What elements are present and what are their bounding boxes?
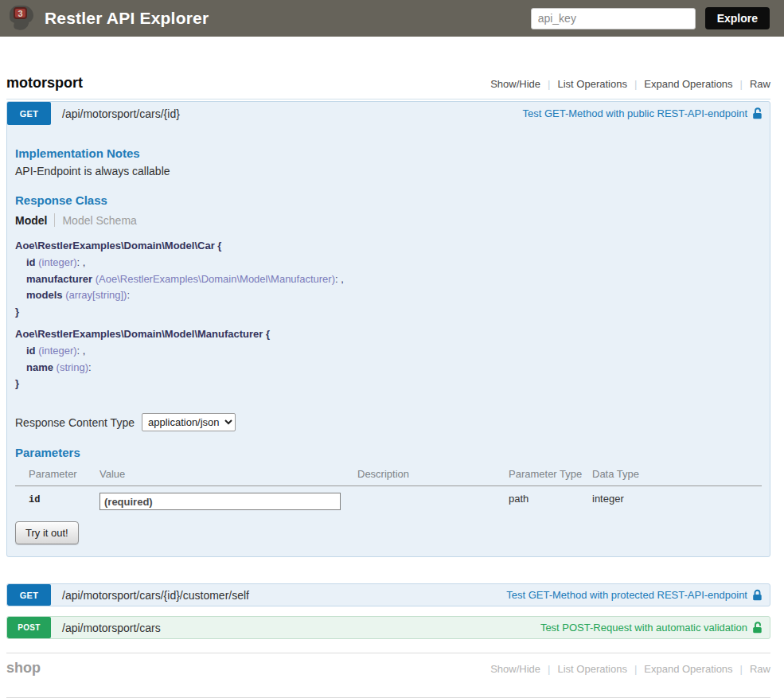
open-lock-icon (752, 107, 763, 119)
link-show-hide[interactable]: Show/Hide (490, 663, 540, 675)
column-parameter-type: Parameter Type (509, 465, 592, 486)
parameters-heading: Parameters (15, 446, 762, 459)
operation-test-link-wrap: Test POST-Request with automatic validat… (540, 622, 770, 634)
tab-separator (54, 213, 55, 227)
property-type: (Aoe\RestlerExamples\Domain\Model\Manufa… (96, 273, 335, 285)
operation-test-link[interactable]: Test GET-Method with protected REST-API-… (506, 589, 747, 601)
property-suffix: : , (77, 345, 86, 357)
operation-row-get-customer-self[interactable]: GET /api/motorsport/cars/{id}/customer/s… (6, 583, 770, 606)
column-data-type: Data Type (592, 465, 762, 486)
implementation-notes-heading: Implementation Notes (15, 146, 762, 160)
property-name: models (26, 289, 63, 301)
parameter-row-id: id path integer (15, 486, 762, 513)
model-signature: Aoe\RestlerExamples\Domain\Model\Manufac… (15, 326, 762, 343)
link-separator: | (740, 78, 743, 90)
model-signature: Aoe\RestlerExamples\Domain\Model\Car { (15, 238, 762, 255)
resource-title-motorsport[interactable]: motorsport (6, 75, 83, 92)
link-separator: | (740, 663, 743, 675)
property-name: id (26, 256, 36, 268)
operation-path[interactable]: /api/motorsport/cars (62, 622, 161, 634)
model-signature-block-manufacturer: Aoe\RestlerExamples\Domain\Model\Manufac… (15, 326, 762, 392)
operation-row-get-car[interactable]: GET /api/motorsport/cars/{id} Test GET-M… (7, 102, 770, 125)
property-suffix: : , (77, 256, 86, 268)
model-property: id (integer): , (15, 343, 762, 360)
link-raw[interactable]: Raw (750, 78, 770, 90)
operation-path[interactable]: /api/motorsport/cars/{id} (62, 107, 180, 120)
api-key-input[interactable] (531, 8, 696, 29)
operation-test-link[interactable]: Test GET-Method with public REST-API-end… (522, 107, 747, 119)
property-suffix: : (88, 361, 92, 373)
property-suffix: : (127, 289, 130, 301)
response-content-type-select[interactable]: application/json (142, 413, 236, 431)
operation-test-link-wrap: Test GET-Method with protected REST-API-… (506, 589, 770, 601)
property-type: (array[string]) (65, 289, 127, 301)
header-controls: Explore (531, 7, 770, 29)
method-badge-post[interactable]: POST (7, 617, 51, 638)
resource-section-shop: shop Show/Hide| List Operations| Expand … (6, 653, 770, 684)
model-close-brace: } (15, 304, 762, 321)
resource-links-shop: Show/Hide| List Operations| Expand Opera… (490, 663, 770, 675)
operation-detail: Implementation Notes API-Endpoint is alw… (7, 125, 770, 556)
app-title: Restler API Explorer (45, 9, 209, 28)
operation-row-post-cars[interactable]: POST /api/motorsport/cars Test POST-Requ… (6, 616, 770, 639)
parameter-data-type-value: integer (592, 486, 762, 513)
parameter-name: id (29, 494, 40, 505)
link-list-operations[interactable]: List Operations (557, 78, 626, 90)
parameter-value-input[interactable] (99, 493, 341, 510)
property-suffix: : , (335, 273, 344, 285)
explore-button[interactable]: Explore (705, 7, 770, 29)
link-raw[interactable]: Raw (750, 663, 770, 675)
property-type: (integer) (38, 345, 76, 357)
method-badge-get[interactable]: GET (7, 584, 51, 606)
link-separator: | (548, 663, 550, 675)
model-property: id (integer): , (15, 255, 762, 271)
link-separator: | (634, 663, 637, 675)
link-expand-operations[interactable]: Expand Operations (644, 78, 732, 90)
implementation-notes-text: API-Endpoint is always callable (15, 165, 762, 177)
parameter-description (357, 486, 509, 513)
operation-test-link[interactable]: Test POST-Request with automatic validat… (540, 622, 747, 634)
parameters-header-row: Parameter Value Description Parameter Ty… (15, 465, 762, 486)
model-tabs: Model Model Schema (15, 213, 762, 227)
column-value: Value (99, 465, 357, 486)
resource-header-motorsport: motorsport Show/Hide| List Operations| E… (6, 75, 770, 92)
model-property: models (array[string]): (15, 287, 762, 304)
response-content-type-row: Response Content Type application/json (15, 413, 762, 431)
logo-badge: 3 (14, 7, 27, 19)
parameters-table: Parameter Value Description Parameter Ty… (15, 465, 762, 512)
app-header: 3 Restler API Explorer Explore (0, 0, 784, 37)
parameter-type-value: path (509, 486, 592, 513)
restler-logo-icon[interactable]: 3 (8, 3, 37, 33)
resource-links-motorsport: Show/Hide| List Operations| Expand Opera… (490, 78, 770, 90)
link-separator: | (548, 78, 550, 90)
resource-header-shop: shop Show/Hide| List Operations| Expand … (6, 660, 770, 677)
property-type: (string) (57, 361, 88, 373)
response-content-type-label: Response Content Type (15, 416, 135, 429)
operation-path[interactable]: /api/motorsport/cars/{id}/customer/self (62, 589, 249, 602)
closed-lock-icon (752, 589, 763, 601)
try-it-out-button[interactable]: Try it out! (15, 521, 79, 544)
link-separator: | (634, 78, 637, 90)
model-close-brace: } (15, 376, 762, 392)
open-lock-icon (752, 622, 763, 634)
response-class-heading: Response Class (15, 193, 762, 207)
property-name: name (26, 361, 53, 373)
model-property: manufacturer (Aoe\RestlerExamples\Domain… (15, 271, 762, 288)
method-badge-get[interactable]: GET (7, 102, 51, 125)
resource-title-shop[interactable]: shop (6, 660, 41, 677)
operation-test-link-wrap: Test GET-Method with public REST-API-end… (522, 107, 770, 119)
link-show-hide[interactable]: Show/Hide (490, 78, 540, 90)
property-type: (integer) (38, 256, 76, 268)
operation-panel-get-car: GET /api/motorsport/cars/{id} Test GET-M… (6, 101, 770, 557)
tab-model-schema[interactable]: Model Schema (62, 214, 136, 227)
property-name: id (26, 345, 36, 357)
operations-list: GET /api/motorsport/cars/{id} Test GET-M… (6, 99, 770, 639)
model-property: name (string): (15, 360, 762, 376)
column-description: Description (357, 465, 509, 486)
link-list-operations[interactable]: List Operations (557, 663, 626, 675)
property-name: manufacturer (26, 273, 92, 285)
link-expand-operations[interactable]: Expand Operations (644, 663, 732, 675)
column-parameter: Parameter (15, 465, 99, 486)
model-signature-block-car: Aoe\RestlerExamples\Domain\Model\Car { i… (15, 238, 762, 321)
tab-model[interactable]: Model (15, 214, 47, 227)
